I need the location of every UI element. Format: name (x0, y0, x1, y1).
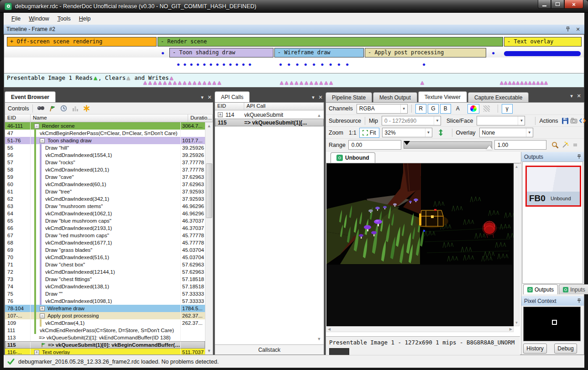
pin-icon[interactable] (577, 298, 581, 303)
event-row[interactable]: 56vkCmdDrawIndexed(1554,1)39.25926 (5, 151, 205, 159)
tab-api-calls[interactable]: API Calls (215, 91, 250, 102)
expander-plus-icon[interactable]: + (40, 306, 45, 311)
goto-eid-flag-icon[interactable] (47, 104, 58, 113)
tab-outputs[interactable]: Outputs (523, 284, 558, 294)
event-row[interactable]: 75Draw ""57.33333 (5, 290, 205, 297)
tab-mesh-output[interactable]: Mesh Output (373, 92, 417, 102)
event-row[interactable]: 63Draw "mushroom stems"46.96296 (5, 203, 205, 210)
panel-menu-icon[interactable]: ▾ (568, 93, 575, 99)
event-table-header[interactable]: EID Name Duratio... (5, 115, 213, 122)
callstack-footer[interactable]: Callstack (215, 344, 324, 354)
event-row[interactable]: 60vkCmdDrawIndexed(60,1)37.62963 (5, 181, 205, 188)
tab-capture-executable[interactable]: Capture Executable (468, 92, 529, 102)
timeline-panel[interactable]: + Off-screen scene rendering- Render sce… (4, 34, 584, 88)
event-row[interactable]: 111vkCmdEndRenderPass(C=Store, D=Store, … (5, 327, 205, 334)
color-wheel-button[interactable] (467, 104, 479, 114)
tab-event-browser[interactable]: Event Browser (5, 91, 56, 102)
time-draws-clock-icon[interactable] (59, 104, 69, 113)
pin-icon[interactable] (564, 26, 572, 32)
white-point-handle[interactable] (486, 146, 493, 150)
scroll-up-icon[interactable]: ▲ (205, 122, 213, 130)
pixel-context-header[interactable]: Pixel Context (521, 296, 584, 306)
tab-texture-viewer[interactable]: Texture Viewer (418, 91, 467, 102)
event-row[interactable]: 115=> vkQueueSubmit(1)[0]: vkBeginComman… (5, 341, 205, 349)
texture-canvas[interactable] (326, 163, 514, 326)
tab-pipeline-state[interactable]: Pipeline State (326, 92, 372, 102)
save-texture-icon[interactable] (562, 116, 569, 125)
title-bar[interactable]: debugmarker.rdc - RenderDoc Unofficial r… (0, 0, 588, 13)
tab-inputs[interactable]: Inputs (559, 284, 588, 294)
event-row[interactable]: 58vkCmdDrawIndexed(120,1)37.77778 (5, 166, 205, 173)
find-event-icon[interactable] (36, 104, 46, 113)
outputs-header[interactable]: Outputs (521, 152, 584, 162)
event-row[interactable]: 70vkCmdDrawIndexed(516,1)45.03704 (5, 254, 205, 261)
history-button[interactable]: History (523, 344, 547, 354)
event-row[interactable]: 57Draw "rocks"37.77778 (5, 159, 205, 166)
scroll-up-icon[interactable]: ▲ (315, 112, 323, 119)
checker-background-button[interactable] (481, 104, 493, 114)
expander-minus-icon[interactable]: - (40, 138, 45, 143)
panel-close-icon[interactable]: ✕ (317, 94, 324, 100)
tab-unbound-texture[interactable]: Unbound (331, 152, 375, 163)
panel-close-icon[interactable]: ✕ (206, 94, 213, 100)
expander-plus-icon[interactable]: + (218, 112, 223, 117)
event-row[interactable]: 116-...+Text overlay511.7037 (5, 349, 205, 354)
timeline-marker-text-overlay[interactable]: - Text overlay (504, 37, 582, 47)
close-button[interactable]: × (564, 0, 583, 9)
channel-a-button[interactable]: A (452, 104, 463, 114)
open-texture-list-icon[interactable] (570, 116, 578, 125)
panel-close-icon[interactable]: ✕ (575, 93, 583, 99)
event-row[interactable]: 78-104+Wireframe draw1784.5... (5, 305, 205, 312)
scroll-down-icon[interactable]: ▼ (205, 347, 213, 354)
flip-y-icon[interactable] (436, 128, 446, 137)
menu-item-file[interactable]: File (7, 14, 25, 24)
column-duration[interactable]: Duratio... (188, 115, 213, 122)
expander-plus-icon[interactable]: + (34, 350, 39, 355)
channels-dropdown[interactable]: RGBA▼ (357, 104, 408, 114)
range-slider[interactable] (404, 141, 492, 149)
event-row[interactable]: 69Draw "grass blades"45.03704 (5, 246, 205, 254)
event-row[interactable]: 66vkCmdDrawIndexed(2193,1)46.37037 (5, 224, 205, 232)
maximize-button[interactable] (551, 0, 564, 9)
zoom-1to1-button[interactable]: 1:1 (346, 128, 359, 137)
event-row[interactable]: 55Draw "hill"39.25926 (5, 144, 205, 151)
timeline-marker-apply-post-processing[interactable]: - Apply post processing (365, 48, 486, 57)
debug-button[interactable]: Debug (554, 344, 577, 354)
minimize-button[interactable] (538, 0, 551, 9)
scroll-thumb[interactable] (206, 163, 212, 218)
timeline-panel-header[interactable]: Timeline - Frame #2 ✕ (4, 25, 584, 34)
column-api-call[interactable]: API Call (244, 103, 324, 110)
event-row[interactable]: 47vkCmdBeginRenderPass(C=Clear, D=Clear,… (5, 130, 205, 137)
channel-g-button[interactable]: G (428, 104, 439, 114)
timeline-marker-toon-shading-draw[interactable]: - Toon shading draw (169, 48, 273, 57)
expander-minus-icon[interactable]: - (34, 124, 39, 129)
menu-item-help[interactable]: Help (75, 14, 95, 24)
column-eid[interactable]: EID (215, 103, 244, 110)
menu-item-tools[interactable]: Tools (53, 14, 75, 24)
view-texture-as-buffer-icon[interactable] (579, 116, 586, 125)
mip-dropdown[interactable]: 0 - 1272x690▼ (382, 116, 441, 125)
timeline-marker-off-screen-scene-rendering[interactable]: + Off-screen scene rendering (7, 37, 157, 47)
column-eid[interactable]: EID (5, 115, 31, 122)
close-icon[interactable]: ✕ (574, 26, 582, 32)
event-row[interactable]: 74vkCmdDrawIndexed(138,1)57.18518 (5, 283, 205, 290)
event-row[interactable]: 68vkCmdDrawIndexed(1677,1)45.77778 (5, 239, 205, 246)
event-row[interactable]: 113=> vkQueueSubmit(2)[1]: vkEndCommandB… (5, 334, 205, 341)
texture-vertical-scrollbar[interactable]: ▲▼ (514, 163, 520, 326)
slice-face-dropdown[interactable]: ▼ (477, 116, 525, 125)
texture-horizontal-scrollbar[interactable]: ◀▶ (326, 326, 514, 332)
panel-menu-icon[interactable]: ▾ (310, 94, 317, 100)
event-row[interactable]: 71Draw "chest box"57.62963 (5, 261, 205, 268)
event-row[interactable]: 72vkCmdDrawIndexed(12144,1)57.62963 (5, 268, 205, 276)
overlay-dropdown[interactable]: None▼ (479, 128, 533, 137)
event-row[interactable]: 109vkCmdDraw(4,1)262.37... (5, 319, 205, 327)
event-row[interactable]: 62vkCmdDrawIndexed(342,1)37.92593 (5, 195, 205, 203)
event-row[interactable]: 65Draw "blue mushroom caps"46.37037 (5, 217, 205, 224)
event-row[interactable]: 59Draw "cave"37.62963 (5, 173, 205, 181)
gamma-button[interactable]: γ (502, 104, 513, 114)
fit-button[interactable]: Fit (359, 128, 379, 138)
event-row[interactable]: 67Draw "red mushroom caps"45.77778 (5, 232, 205, 239)
scroll-down-icon[interactable]: ▼ (315, 335, 323, 343)
event-row[interactable]: 76vkCmdDrawIndexed(1098,1)57.33333 (5, 297, 205, 305)
expander-minus-icon[interactable]: - (40, 313, 45, 318)
